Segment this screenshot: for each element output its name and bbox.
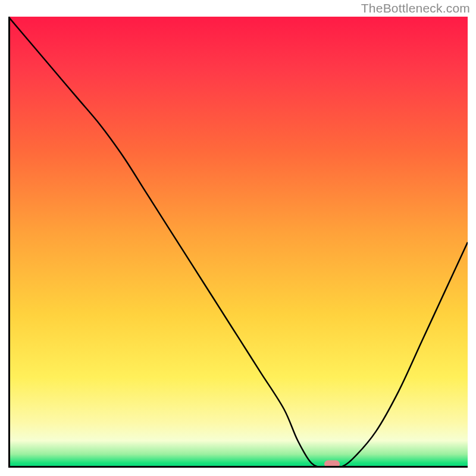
chart-container: TheBottleneck.com — [0, 0, 476, 476]
optimal-point-marker — [324, 461, 340, 468]
plot-area — [8, 17, 468, 468]
bottleneck-curve-svg — [8, 17, 468, 468]
bottleneck-curve-path — [8, 17, 468, 468]
attribution-text: TheBottleneck.com — [361, 1, 470, 15]
